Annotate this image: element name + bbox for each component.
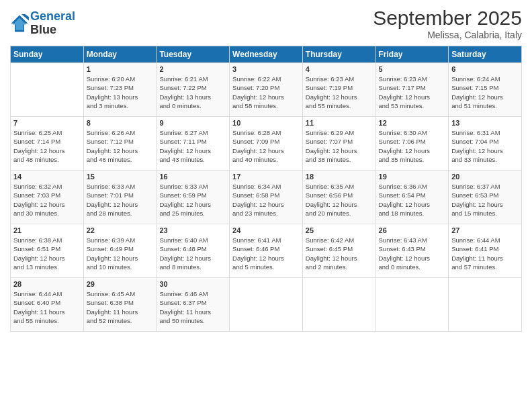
title-block: September 2025 Melissa, Calabria, Italy xyxy=(373,7,522,40)
day-info: Sunrise: 6:32 AM Sunset: 7:03 PM Dayligh… xyxy=(13,182,81,218)
calendar-cell: 8Sunrise: 6:26 AM Sunset: 7:12 PM Daylig… xyxy=(83,117,157,171)
day-info: Sunrise: 6:28 AM Sunset: 7:09 PM Dayligh… xyxy=(232,128,300,164)
day-info: Sunrise: 6:26 AM Sunset: 7:12 PM Dayligh… xyxy=(87,128,154,164)
day-number: 12 xyxy=(379,119,446,127)
calendar-cell: 13Sunrise: 6:31 AM Sunset: 7:04 PM Dayli… xyxy=(449,117,522,171)
calendar-cell: 4Sunrise: 6:23 AM Sunset: 7:19 PM Daylig… xyxy=(302,63,375,117)
day-info: Sunrise: 6:25 AM Sunset: 7:14 PM Dayligh… xyxy=(13,128,81,164)
calendar-cell: 12Sunrise: 6:30 AM Sunset: 7:06 PM Dayli… xyxy=(375,117,449,171)
day-header-sunday: Sunday xyxy=(11,46,84,63)
day-number: 28 xyxy=(13,280,81,288)
logo-icon xyxy=(10,14,29,33)
calendar-cell xyxy=(375,278,449,332)
calendar-cell xyxy=(302,278,375,332)
day-number: 10 xyxy=(232,119,300,127)
day-info: Sunrise: 6:46 AM Sunset: 6:37 PM Dayligh… xyxy=(159,289,226,325)
calendar-cell xyxy=(449,278,522,332)
day-number: 23 xyxy=(159,226,226,234)
calendar-cell: 3Sunrise: 6:22 AM Sunset: 7:20 PM Daylig… xyxy=(230,63,303,117)
day-info: Sunrise: 6:40 AM Sunset: 6:48 PM Dayligh… xyxy=(159,236,226,271)
day-header-friday: Friday xyxy=(375,46,449,63)
day-number: 6 xyxy=(451,65,519,73)
day-number: 5 xyxy=(379,65,446,73)
day-number: 27 xyxy=(451,226,519,234)
calendar-cell: 9Sunrise: 6:27 AM Sunset: 7:11 PM Daylig… xyxy=(157,117,230,171)
day-number: 4 xyxy=(306,65,373,73)
location: Melissa, Calabria, Italy xyxy=(373,30,522,40)
calendar-cell: 28Sunrise: 6:44 AM Sunset: 6:40 PM Dayli… xyxy=(11,278,84,332)
day-header-tuesday: Tuesday xyxy=(157,46,230,63)
day-info: Sunrise: 6:29 AM Sunset: 7:07 PM Dayligh… xyxy=(306,128,373,164)
calendar-cell xyxy=(11,63,84,117)
day-number: 18 xyxy=(306,173,373,181)
day-info: Sunrise: 6:35 AM Sunset: 6:56 PM Dayligh… xyxy=(306,182,373,218)
week-row-2: 7Sunrise: 6:25 AM Sunset: 7:14 PM Daylig… xyxy=(11,117,522,171)
day-number: 2 xyxy=(159,65,226,73)
week-row-3: 14Sunrise: 6:32 AM Sunset: 7:03 PM Dayli… xyxy=(11,171,522,224)
calendar-cell: 27Sunrise: 6:44 AM Sunset: 6:41 PM Dayli… xyxy=(449,224,522,278)
day-number: 26 xyxy=(379,226,446,234)
day-header-thursday: Thursday xyxy=(302,46,375,63)
day-info: Sunrise: 6:38 AM Sunset: 6:51 PM Dayligh… xyxy=(13,236,81,271)
calendar-cell: 16Sunrise: 6:33 AM Sunset: 6:59 PM Dayli… xyxy=(157,171,230,224)
calendar-cell: 29Sunrise: 6:45 AM Sunset: 6:38 PM Dayli… xyxy=(83,278,157,332)
day-header-wednesday: Wednesday xyxy=(230,46,303,63)
calendar-cell: 22Sunrise: 6:39 AM Sunset: 6:49 PM Dayli… xyxy=(83,224,157,278)
day-info: Sunrise: 6:24 AM Sunset: 7:15 PM Dayligh… xyxy=(451,75,519,110)
day-info: Sunrise: 6:39 AM Sunset: 6:49 PM Dayligh… xyxy=(87,236,154,271)
calendar-cell: 7Sunrise: 6:25 AM Sunset: 7:14 PM Daylig… xyxy=(11,117,84,171)
calendar-cell: 30Sunrise: 6:46 AM Sunset: 6:37 PM Dayli… xyxy=(157,278,230,332)
day-info: Sunrise: 6:36 AM Sunset: 6:54 PM Dayligh… xyxy=(379,182,446,218)
day-number: 22 xyxy=(87,226,154,234)
day-info: Sunrise: 6:43 AM Sunset: 6:43 PM Dayligh… xyxy=(379,236,446,271)
calendar-cell: 14Sunrise: 6:32 AM Sunset: 7:03 PM Dayli… xyxy=(11,171,84,224)
header: General Blue September 2025 Melissa, Cal… xyxy=(10,7,522,40)
day-info: Sunrise: 6:33 AM Sunset: 7:01 PM Dayligh… xyxy=(87,182,154,218)
calendar-cell: 20Sunrise: 6:37 AM Sunset: 6:53 PM Dayli… xyxy=(449,171,522,224)
week-row-4: 21Sunrise: 6:38 AM Sunset: 6:51 PM Dayli… xyxy=(11,224,522,278)
logo: General Blue xyxy=(10,10,75,37)
day-number: 15 xyxy=(87,173,154,181)
week-row-1: 1Sunrise: 6:20 AM Sunset: 7:23 PM Daylig… xyxy=(11,63,522,117)
calendar-cell: 2Sunrise: 6:21 AM Sunset: 7:22 PM Daylig… xyxy=(157,63,230,117)
day-info: Sunrise: 6:34 AM Sunset: 6:58 PM Dayligh… xyxy=(232,182,300,218)
day-number: 30 xyxy=(159,280,226,288)
day-info: Sunrise: 6:41 AM Sunset: 6:46 PM Dayligh… xyxy=(232,236,300,271)
day-info: Sunrise: 6:44 AM Sunset: 6:40 PM Dayligh… xyxy=(13,289,81,325)
day-info: Sunrise: 6:20 AM Sunset: 7:23 PM Dayligh… xyxy=(87,75,154,110)
calendar-cell: 24Sunrise: 6:41 AM Sunset: 6:46 PM Dayli… xyxy=(230,224,303,278)
month-title: September 2025 xyxy=(373,7,522,30)
calendar-cell: 21Sunrise: 6:38 AM Sunset: 6:51 PM Dayli… xyxy=(11,224,84,278)
day-info: Sunrise: 6:37 AM Sunset: 6:53 PM Dayligh… xyxy=(451,182,519,218)
day-info: Sunrise: 6:33 AM Sunset: 6:59 PM Dayligh… xyxy=(159,182,226,218)
calendar-cell: 1Sunrise: 6:20 AM Sunset: 7:23 PM Daylig… xyxy=(83,63,157,117)
day-info: Sunrise: 6:23 AM Sunset: 7:17 PM Dayligh… xyxy=(379,75,446,110)
day-info: Sunrise: 6:22 AM Sunset: 7:20 PM Dayligh… xyxy=(232,75,300,110)
day-number: 24 xyxy=(232,226,300,234)
day-info: Sunrise: 6:42 AM Sunset: 6:45 PM Dayligh… xyxy=(306,236,373,271)
day-info: Sunrise: 6:45 AM Sunset: 6:38 PM Dayligh… xyxy=(87,289,154,325)
day-number: 14 xyxy=(13,173,81,181)
page: General Blue September 2025 Melissa, Cal… xyxy=(0,0,532,411)
day-number: 20 xyxy=(451,173,519,181)
calendar-cell: 19Sunrise: 6:36 AM Sunset: 6:54 PM Dayli… xyxy=(375,171,449,224)
calendar-cell xyxy=(230,278,303,332)
day-number: 9 xyxy=(159,119,226,127)
day-header-saturday: Saturday xyxy=(449,46,522,63)
calendar-cell: 15Sunrise: 6:33 AM Sunset: 7:01 PM Dayli… xyxy=(83,171,157,224)
calendar-cell: 23Sunrise: 6:40 AM Sunset: 6:48 PM Dayli… xyxy=(157,224,230,278)
day-number: 19 xyxy=(379,173,446,181)
day-number: 16 xyxy=(159,173,226,181)
day-info: Sunrise: 6:31 AM Sunset: 7:04 PM Dayligh… xyxy=(451,128,519,164)
day-info: Sunrise: 6:44 AM Sunset: 6:41 PM Dayligh… xyxy=(451,236,519,271)
calendar-cell: 26Sunrise: 6:43 AM Sunset: 6:43 PM Dayli… xyxy=(375,224,449,278)
calendar-cell: 17Sunrise: 6:34 AM Sunset: 6:58 PM Dayli… xyxy=(230,171,303,224)
calendar-table: SundayMondayTuesdayWednesdayThursdayFrid… xyxy=(10,46,522,332)
calendar-cell: 6Sunrise: 6:24 AM Sunset: 7:15 PM Daylig… xyxy=(449,63,522,117)
days-header-row: SundayMondayTuesdayWednesdayThursdayFrid… xyxy=(11,46,522,63)
day-number: 3 xyxy=(232,65,300,73)
day-number: 13 xyxy=(451,119,519,127)
day-number: 21 xyxy=(13,226,81,234)
day-number: 25 xyxy=(306,226,373,234)
calendar-body: 1Sunrise: 6:20 AM Sunset: 7:23 PM Daylig… xyxy=(11,63,522,332)
